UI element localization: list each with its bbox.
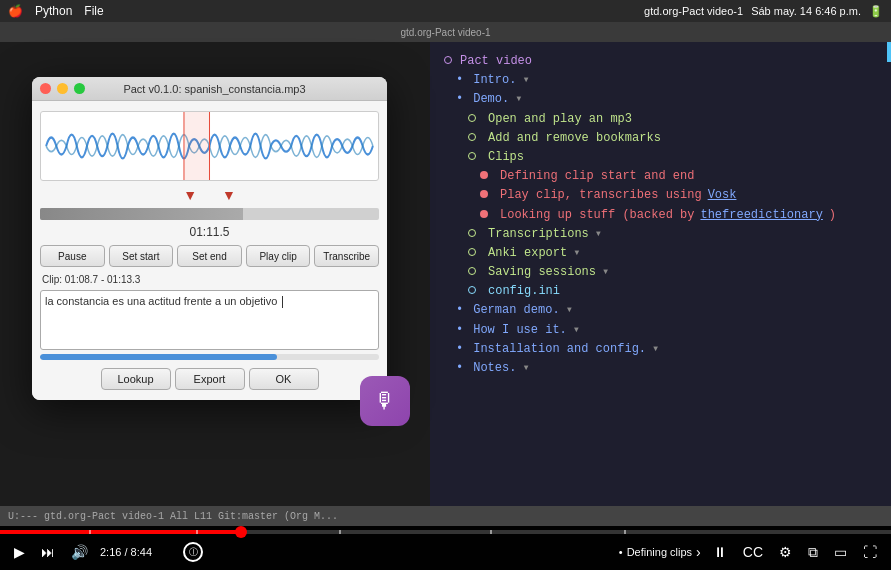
apple-menu[interactable]: 🍎 bbox=[8, 4, 23, 18]
bottom-buttons: Lookup Export OK bbox=[38, 364, 381, 394]
export-button[interactable]: Export bbox=[175, 368, 245, 390]
menu-bar: 🍎 Python File gtd.org-Pact video-1 Sáb m… bbox=[0, 0, 891, 22]
video-controls: ▶ ⏭ 🔊 2:16 / 8:44 ⓛ • Defining clips › ⏸… bbox=[0, 534, 891, 570]
settings-button[interactable]: ⚙ bbox=[775, 542, 796, 562]
chapter-marker-4 bbox=[490, 530, 492, 534]
markers-area: ▼ ▼ bbox=[38, 185, 381, 205]
video-time: 2:16 / 8:44 bbox=[100, 546, 175, 558]
chapter-marker-5 bbox=[624, 530, 626, 534]
clip-info: Clip: 01:08.7 - 01:13.3 bbox=[38, 271, 381, 288]
podcast-icon: 🎙 bbox=[360, 376, 410, 426]
editor-line-7: Defining clip start and end bbox=[444, 167, 877, 186]
python-menu[interactable]: Python bbox=[35, 4, 72, 18]
play-pause-button[interactable]: ▶ bbox=[10, 542, 29, 562]
chapter-marker-2 bbox=[196, 530, 198, 534]
ok-button[interactable]: OK bbox=[249, 368, 319, 390]
playback-progress[interactable] bbox=[40, 208, 379, 220]
time-display: 01:11.5 bbox=[38, 223, 381, 241]
video-area: gtd.org-Pact video-1 Pact v0.1.0: spanis… bbox=[0, 22, 891, 570]
editor-line-8: Play clip, transcribes using Vosk bbox=[444, 186, 877, 205]
emacs-status: U:--- gtd.org-Pact video-1 All L11 Git:m… bbox=[0, 506, 891, 526]
waveform-display[interactable]: // Generate waveform bars inline bbox=[40, 111, 379, 181]
line-text: Play clip, transcribes using bbox=[500, 186, 702, 205]
end-marker: ▼ bbox=[222, 187, 236, 203]
channel-logo: ⓛ bbox=[183, 542, 203, 562]
menu-bar-url: gtd.org-Pact video-1 bbox=[644, 5, 743, 17]
play-clip-button[interactable]: Play clip bbox=[246, 245, 311, 267]
theater-button[interactable]: ▭ bbox=[830, 542, 851, 562]
start-marker: ▼ bbox=[183, 187, 197, 203]
line-text: Notes. bbox=[473, 359, 516, 378]
browser-url: gtd.org-Pact video-1 bbox=[400, 27, 490, 38]
mac-window: Pact v0.1.0: spanish_constancia.mp3 // G… bbox=[32, 77, 387, 400]
line-text: Defining clip start and end bbox=[500, 167, 694, 186]
volume-button[interactable]: 🔊 bbox=[67, 542, 92, 562]
lookup-button[interactable]: Lookup bbox=[101, 368, 171, 390]
editor-line-11: Anki export ▾ bbox=[444, 244, 877, 263]
progress-fill bbox=[40, 208, 243, 220]
emacs-mode: U:--- bbox=[8, 511, 38, 522]
editor-line-10: Transcriptions ▾ bbox=[444, 225, 877, 244]
loading-bar bbox=[40, 354, 379, 360]
set-end-button[interactable]: Set end bbox=[177, 245, 242, 267]
mac-window-area: Pact v0.1.0: spanish_constancia.mp3 // G… bbox=[0, 42, 430, 506]
loading-fill bbox=[40, 354, 277, 360]
mac-titlebar: Pact v0.1.0: spanish_constancia.mp3 bbox=[32, 77, 387, 101]
editor-line-15: • How I use it. ▾ bbox=[444, 321, 877, 340]
chapter-marker-3 bbox=[339, 530, 341, 534]
text-editor[interactable]: Pact video • Intro. ▾ • Demo. ▾ Open and… bbox=[430, 42, 891, 506]
emacs-org: (Org M... bbox=[284, 511, 338, 522]
chapter-display: • Defining clips › bbox=[619, 544, 701, 560]
line-text: config.ini bbox=[488, 282, 560, 301]
mac-window-body: // Generate waveform bars inline bbox=[32, 101, 387, 400]
pause-button[interactable]: Pause bbox=[40, 245, 105, 267]
chapter-marker-1 bbox=[89, 530, 91, 534]
line-text: Anki export bbox=[488, 244, 567, 263]
line-text: How I use it. bbox=[473, 321, 567, 340]
miniplayer-button[interactable]: ⧉ bbox=[804, 542, 822, 563]
line-text: German demo. bbox=[473, 301, 559, 320]
captions-button[interactable]: CC bbox=[739, 542, 767, 562]
editor-line-9: Looking up stuff (backed by thefreedicti… bbox=[444, 206, 877, 225]
text-cursor bbox=[282, 296, 283, 308]
line-text: Pact video bbox=[460, 52, 532, 71]
editor-line-1: Pact video bbox=[444, 52, 877, 71]
line-text: Saving sessions bbox=[488, 263, 596, 282]
video-bottom-bar: ▶ ⏭ 🔊 2:16 / 8:44 ⓛ • Defining clips › ⏸… bbox=[0, 526, 891, 570]
editor-line-2: • Intro. ▾ bbox=[444, 71, 877, 90]
active-indicator bbox=[887, 42, 891, 62]
vosk-link[interactable]: Vosk bbox=[708, 186, 737, 205]
svg-rect-2 bbox=[184, 112, 210, 180]
transcription-text: la constancia es una actitud frente a un… bbox=[45, 295, 277, 307]
line-text: Demo. bbox=[473, 90, 509, 109]
pause-button-right[interactable]: ⏸ bbox=[709, 542, 731, 562]
line-text: Installation and config. bbox=[473, 340, 646, 359]
chapter-chevron: › bbox=[696, 544, 701, 560]
editor-line-5: Add and remove bookmarks bbox=[444, 129, 877, 148]
control-buttons: Pause Set start Set end Play clip Transc… bbox=[38, 241, 381, 271]
file-menu[interactable]: File bbox=[84, 4, 103, 18]
set-start-button[interactable]: Set start bbox=[109, 245, 174, 267]
line-text: Open and play an mp3 bbox=[488, 110, 632, 129]
editor-line-17: • Notes. ▾ bbox=[444, 359, 877, 378]
fullscreen-button[interactable]: ⛶ bbox=[859, 542, 881, 562]
freedictionary-link[interactable]: thefreedictionary bbox=[700, 206, 822, 225]
editor-line-4: Open and play an mp3 bbox=[444, 110, 877, 129]
editor-line-16: • Installation and config. ▾ bbox=[444, 340, 877, 359]
video-progress-bar[interactable] bbox=[0, 530, 891, 534]
transcription-display[interactable]: la constancia es una actitud frente a un… bbox=[40, 290, 379, 350]
line-text: Clips bbox=[488, 148, 524, 167]
line-text: Transcriptions bbox=[488, 225, 589, 244]
line-text: Intro. bbox=[473, 71, 516, 90]
editor-line-12: Saving sessions ▾ bbox=[444, 263, 877, 282]
skip-button[interactable]: ⏭ bbox=[37, 542, 59, 562]
battery-icon: 🔋 bbox=[869, 5, 883, 18]
editor-line-3: • Demo. ▾ bbox=[444, 90, 877, 109]
line-text: Looking up stuff (backed by bbox=[500, 206, 694, 225]
transcribe-button[interactable]: Transcribe bbox=[314, 245, 379, 267]
emacs-git: Git:master bbox=[218, 511, 278, 522]
video-progress-dot bbox=[235, 526, 247, 538]
line-text: Add and remove bookmarks bbox=[488, 129, 661, 148]
editor-line-14: • German demo. ▾ bbox=[444, 301, 877, 320]
emacs-position: All L11 bbox=[170, 511, 212, 522]
